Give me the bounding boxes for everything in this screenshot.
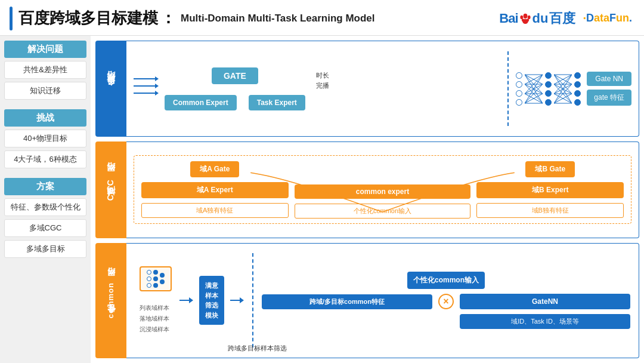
header-bar — [10, 7, 13, 30]
cgc-inner: 域A Gate 域A Expert 域A独有特征 common expert 个… — [134, 155, 631, 224]
dashed-divider — [507, 51, 509, 126]
sidebar-item-1: 共性&差异性 — [4, 61, 86, 79]
nn-stack-visual — [135, 266, 174, 299]
nn-lines2 — [554, 71, 572, 107]
cgc-common: common expert 个性化common输入 — [295, 161, 471, 219]
svg-point-0 — [523, 13, 527, 18]
sidebar-section-title-3: 方案 — [4, 178, 86, 195]
multi-arrows — [134, 76, 159, 96]
row1-label: 多目标网络 — [95, 41, 126, 137]
row1-right: Gate NN gate 特征 — [516, 71, 631, 107]
domain-info-box: 域ID、Task ID、场景等 — [460, 314, 630, 329]
row1-box: GATE Common Expert Task Expert 时长 完播 — [126, 41, 639, 137]
domain-b-expert: 域B Expert — [476, 182, 624, 198]
personalized-input: 个性化common输入 — [407, 272, 485, 289]
cgc-domain-b: 域B Gate 域B Expert 域B独有特征 — [476, 161, 624, 218]
svg-point-2 — [527, 15, 530, 19]
sidebar: 解决问题 共性&差异性 知识迁移 挑战 40+物理目标 4大子域，6种模态 方案… — [0, 36, 91, 363]
cgc-domain-a: 域A Gate 域A Expert 域A独有特征 — [141, 161, 289, 218]
row2-label: 域间CGC网络 — [95, 141, 126, 238]
title-colon: ： — [160, 8, 176, 29]
row2-box: 域A Gate 域A Expert 域A独有特征 common expert 个… — [126, 141, 639, 238]
nn-lines — [525, 71, 543, 107]
baidu-paw-icon — [519, 12, 532, 25]
sidebar-item-3: 40+物理目标 — [4, 130, 86, 147]
row2-wrapper: 域间CGC网络 域A Gate 域A Expert 域A独有特征 common … — [95, 141, 639, 238]
sidebar-item-7: 多域多目标 — [4, 240, 86, 258]
svg-point-1 — [520, 15, 523, 19]
sidebar-item-4: 4大子域，6种模态 — [4, 150, 86, 168]
common-expert: common expert — [295, 184, 471, 199]
filter-box: 满意 样本 筛选 模块 — [199, 276, 224, 325]
arrow-to-filter — [179, 297, 193, 303]
sidebar-item-2: 知识迁移 — [4, 82, 86, 100]
row1-arrows-and-gate: GATE Common Expert Task Expert 时长 完播 — [134, 67, 500, 110]
title-en: Multi-Domain Multi-Task Learning Model — [181, 13, 375, 24]
row1-diagram: GATE Common Expert Task Expert 时长 完播 — [134, 67, 500, 110]
datafun-logo: · D ata F un . — [583, 11, 632, 25]
gate-feature-box: gate 特征 — [587, 90, 631, 106]
row2-label-text: 域间CGC网络 — [105, 176, 117, 203]
sidebar-item-6: 多域CGC — [4, 219, 86, 237]
svg-point-5 — [522, 19, 528, 23]
time-label: 时长 完播 — [316, 70, 329, 90]
row3-label: 个性化common网络 — [95, 243, 126, 359]
nn-visual — [516, 71, 581, 107]
gate-nn-box: Gate NN — [587, 72, 631, 86]
row1-label-text: 多目标网络 — [105, 84, 117, 93]
header: 百度跨域多目标建模 ： Multi-Domain Multi-Task Lear… — [0, 0, 644, 36]
sidebar-section-title-1: 解决问题 — [4, 41, 86, 58]
sample-text-list: 列表域样本 落地域样本 沉浸域样本 — [140, 303, 169, 335]
content-area: 多目标网络 — [91, 36, 644, 363]
domain-b-gate: 域B Gate — [525, 161, 575, 177]
sidebar-item-5: 特征、参数级个性化 — [4, 198, 86, 216]
row3-bottom-label-area: 跨域多目标样本筛选 — [228, 344, 287, 353]
gate-nn-area: Gate NN gate 特征 — [587, 72, 631, 106]
domain-a-feature: 域A独有特征 — [141, 203, 289, 218]
bottom-label: 跨域多目标样本筛选 — [228, 344, 287, 352]
baidu-logo: Bai du 百度 — [499, 10, 575, 27]
common-expert-box: Common Expert — [165, 95, 237, 110]
cross-domain-box: 跨域/多目标common特征 — [262, 294, 432, 309]
domain-a-expert: 域A Expert — [141, 182, 289, 198]
row3-wrapper: 个性化common网络 — [95, 243, 639, 359]
gate-box: GATE — [212, 67, 258, 84]
title-cn: 百度跨域多目标建模 — [18, 8, 158, 29]
task-expert-box: Task Expert — [249, 95, 305, 110]
row3-box: 列表域样本 落地域样本 沉浸域样本 满意 样本 筛选 模块 — [126, 243, 639, 359]
domain-b-feature: 域B独有特征 — [476, 203, 624, 218]
row1-wrapper: 多目标网络 — [95, 41, 639, 137]
row3-label-text: 个性化common网络 — [106, 281, 116, 320]
main-layout: 解决问题 共性&差异性 知识迁移 挑战 40+物理目标 4大子域，6种模态 方案… — [0, 36, 644, 363]
multiply-symbol: × — [438, 294, 454, 309]
gatenn-box: GateNN — [460, 294, 630, 309]
domain-a-gate: 域A Gate — [190, 161, 239, 177]
row3-dashed-divider — [252, 253, 253, 347]
arrow-from-filter — [230, 297, 244, 303]
row3-samples-area: 列表域样本 落地域样本 沉浸域样本 — [135, 266, 174, 335]
row3-right: 个性化common输入 跨域/多目标common特征 × GateNN 域ID、… — [262, 272, 630, 329]
common-input: 个性化common输入 — [295, 204, 471, 219]
sidebar-section-title-2: 挑战 — [4, 109, 86, 127]
